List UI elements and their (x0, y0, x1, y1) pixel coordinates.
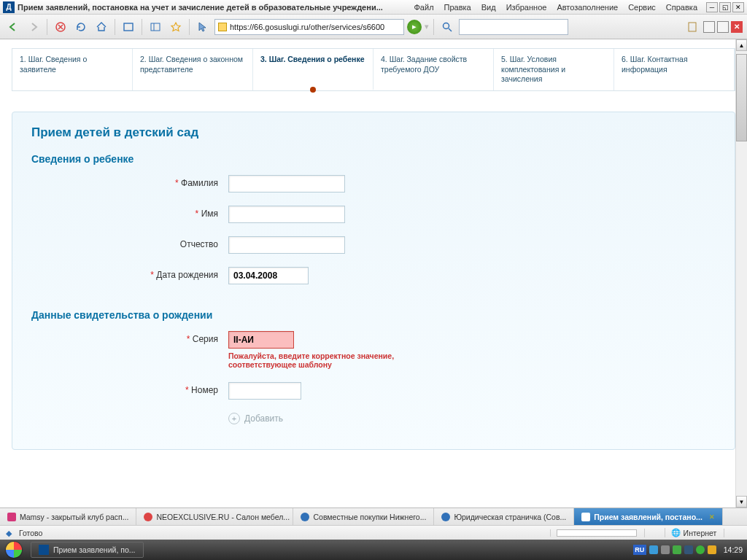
status-cell-2 (724, 529, 741, 537)
step-1[interactable]: 1. Шаг. Сведения о заявителе (12, 49, 133, 90)
section-certificate: Данные свидетельства о рождении (31, 309, 716, 321)
close-button[interactable]: ✕ (732, 2, 744, 12)
browser-viewport: 1. Шаг. Сведения о заявителе 2. Шаг. Све… (0, 39, 747, 508)
taskbar: Прием заявлений, по... RU 14:29 (0, 540, 747, 560)
step-6[interactable]: 6. Шаг. Контактная информация (614, 49, 735, 90)
middlename-input[interactable] (228, 236, 345, 254)
favicon-icon (144, 513, 152, 521)
tab-1[interactable]: Mamsy - закрытый клуб расп... (0, 508, 136, 525)
status-zone: Интернет (684, 529, 717, 537)
number-input[interactable] (228, 382, 301, 400)
scroll-down-icon[interactable]: ▼ (736, 496, 747, 508)
tab-4[interactable]: Юридическая страничка (Сов... (434, 508, 574, 525)
restore-button[interactable]: ◱ (719, 2, 731, 12)
menu-help[interactable]: Справка (662, 1, 702, 13)
app-icon: Д (3, 1, 15, 13)
refresh-button[interactable] (72, 18, 90, 36)
status-bar: ◆ Готово 🌐 Интернет (0, 525, 747, 540)
step-4[interactable]: 4. Шаг. Задание свойств требуемого ДОУ (374, 49, 494, 90)
toolbar-close-icon[interactable]: ✕ (731, 21, 743, 33)
home-button[interactable] (93, 18, 110, 36)
status-ready: Готово (19, 529, 42, 537)
status-cell (644, 529, 657, 537)
system-tray: RU 14:29 (633, 545, 743, 555)
svg-rect-2 (151, 23, 160, 31)
menu-view[interactable]: Вид (477, 1, 500, 13)
start-button[interactable] (0, 540, 28, 560)
step-2[interactable]: 2. Шаг. Сведения о законном представител… (133, 49, 253, 90)
series-label: Серия (193, 334, 218, 344)
lastname-input[interactable] (228, 175, 345, 192)
step-3[interactable]: 3. Шаг. Сведения о ребенке (253, 49, 374, 90)
search-icon[interactable] (438, 18, 456, 36)
form-title: Прием детей в детский сад (31, 125, 716, 140)
title-bar: Д Прием заявлений, постановка на учет и … (0, 0, 747, 15)
scroll-thumb[interactable] (736, 54, 747, 141)
go-button[interactable]: ▸ (407, 20, 422, 34)
menu-favorites[interactable]: Избранное (502, 1, 551, 13)
lastname-label: Фамилия (181, 178, 218, 188)
url-text: https://66.gosuslugi.ru/other/services/s… (230, 23, 400, 31)
firstname-label: Имя (201, 209, 218, 219)
section-child: Сведения о ребенке (31, 153, 716, 165)
windows-icon (6, 542, 22, 558)
tray-icon[interactable] (696, 545, 705, 554)
step-5[interactable]: 5. Шаг. Условия комплектования и зачисле… (494, 49, 614, 90)
series-error: Пожалуйста, введите корректное значение,… (228, 351, 411, 369)
tray-icon[interactable] (708, 545, 716, 554)
pointer-icon[interactable] (194, 18, 212, 36)
series-input[interactable] (228, 331, 294, 349)
svg-rect-1 (124, 23, 133, 31)
firstname-input[interactable] (228, 206, 345, 223)
back-button[interactable] (4, 18, 22, 36)
tray-icon[interactable] (661, 545, 670, 554)
form-card: Прием детей в детский сад Сведения о реб… (12, 112, 735, 450)
clock[interactable]: 14:29 (724, 545, 743, 554)
doc-icon[interactable] (684, 18, 701, 36)
favicon-icon (581, 513, 590, 521)
add-button[interactable]: + Добавить (228, 413, 716, 424)
language-indicator[interactable]: RU (633, 545, 646, 555)
svg-point-4 (444, 23, 449, 28)
tray-icon[interactable] (684, 545, 693, 554)
stop-button[interactable] (52, 18, 69, 36)
menu-bar: Файл Правка Вид Избранное Автозаполнение… (410, 1, 703, 13)
scrollbar[interactable]: ▲ ▼ (735, 39, 747, 508)
tab-3[interactable]: Совместные покупки Нижнего... (293, 508, 434, 525)
forward-button[interactable] (25, 18, 42, 36)
tray-icon[interactable] (649, 545, 658, 554)
tab-label: NEOEXCLUSIVE.RU - Салон мебел... (156, 513, 290, 521)
tab-label: Прием заявлений, постано... (594, 513, 703, 521)
tab-5-active[interactable]: Прием заявлений, постано... ✕ (574, 508, 723, 525)
minimize-button[interactable]: ─ (706, 2, 718, 12)
browser-tabs: Mamsy - закрытый клуб расп... NEOEXCLUSI… (0, 508, 747, 525)
panel-button[interactable] (147, 18, 164, 36)
favicon-icon (7, 513, 16, 521)
bookmark-button[interactable] (167, 18, 185, 36)
middlename-label: Отчество (180, 239, 218, 249)
globe-icon: 🌐 (671, 528, 681, 537)
menu-edit[interactable]: Правка (440, 1, 476, 13)
progress-bar (557, 529, 637, 537)
taskbar-app[interactable]: Прием заявлений, по... (31, 542, 144, 558)
toggle-1[interactable] (703, 21, 715, 33)
favicon-icon (441, 513, 450, 521)
toolbar: https://66.gosuslugi.ru/other/services/s… (0, 15, 747, 39)
dob-input[interactable] (228, 267, 309, 284)
search-input[interactable] (459, 19, 568, 35)
tray-icon[interactable] (673, 545, 681, 554)
tab-close-icon[interactable]: ✕ (709, 513, 715, 521)
favicon-icon (301, 513, 309, 521)
menu-service[interactable]: Сервис (624, 1, 660, 13)
scroll-up-icon[interactable]: ▲ (736, 39, 747, 51)
dob-label: Дата рождения (156, 270, 218, 280)
address-bar[interactable]: https://66.gosuslugi.ru/other/services/s… (214, 19, 404, 35)
new-window-icon[interactable] (120, 18, 137, 36)
lock-icon (218, 23, 227, 31)
tab-2[interactable]: NEOEXCLUSIVE.RU - Салон мебел... (136, 508, 293, 525)
menu-autofill[interactable]: Автозаполнение (552, 1, 622, 13)
svg-line-5 (449, 28, 452, 31)
toggle-2[interactable] (717, 21, 729, 33)
menu-file[interactable]: Файл (410, 1, 438, 13)
number-label: Номер (191, 385, 218, 395)
